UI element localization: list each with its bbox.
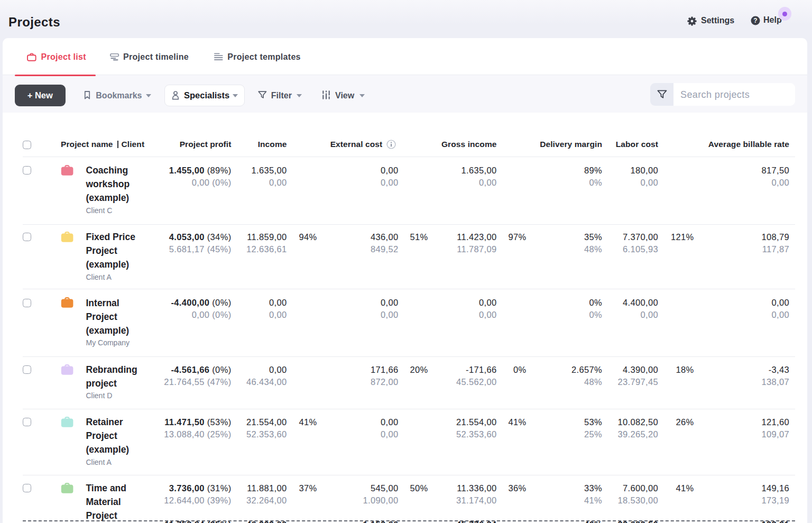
svg-text:?: ? (753, 17, 757, 24)
